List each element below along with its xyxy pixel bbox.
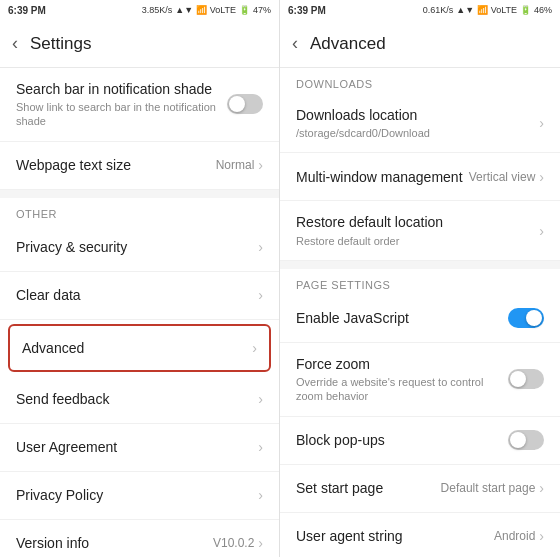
webpage-text-size-item[interactable]: Webpage text size Normal › — [0, 142, 279, 190]
downloads-location-chevron: › — [539, 115, 544, 131]
advanced-chevron: › — [252, 340, 257, 356]
right-top-bar: ‹ Advanced — [280, 20, 560, 68]
block-popups-content: Block pop-ups — [296, 431, 508, 449]
left-back-button[interactable]: ‹ — [12, 33, 18, 54]
user-agent-content: User agent string — [296, 527, 494, 545]
search-bar-notification-title: Search bar in notification shade — [16, 80, 227, 98]
block-popups-item[interactable]: Block pop-ups — [280, 417, 560, 465]
webpage-text-size-value: Normal — [216, 158, 255, 172]
privacy-policy-item[interactable]: Privacy Policy › — [0, 472, 279, 520]
left-divider-1 — [0, 190, 279, 198]
version-info-value: V10.0.2 — [213, 536, 254, 550]
privacy-policy-chevron: › — [258, 487, 263, 503]
set-start-page-chevron: › — [539, 480, 544, 496]
send-feedback-item[interactable]: Send feedback › — [0, 376, 279, 424]
enable-javascript-toggle[interactable] — [508, 308, 544, 328]
force-zoom-title: Force zoom — [296, 355, 508, 373]
force-zoom-item[interactable]: Force zoom Override a website's request … — [280, 343, 560, 417]
privacy-security-item[interactable]: Privacy & security › — [0, 224, 279, 272]
left-battery-icon: 🔋 — [239, 5, 250, 15]
version-info-title: Version info — [16, 534, 213, 552]
user-agent-chevron: › — [539, 528, 544, 544]
user-agent-item[interactable]: User agent string Android › — [280, 513, 560, 557]
block-popups-title: Block pop-ups — [296, 431, 508, 449]
left-status-right: 3.85K/s ▲▼ 📶 VoLTE 🔋 47% — [142, 5, 271, 15]
advanced-content: Advanced — [22, 339, 252, 357]
set-start-page-content: Set start page — [296, 479, 441, 497]
clear-data-chevron: › — [258, 287, 263, 303]
clear-data-content: Clear data — [16, 286, 258, 304]
search-bar-notification-item[interactable]: Search bar in notification shade Show li… — [0, 68, 279, 142]
right-battery: 46% — [534, 5, 552, 15]
advanced-title: Advanced — [22, 339, 252, 357]
enable-javascript-title: Enable JavaScript — [296, 309, 508, 327]
webpage-text-size-title: Webpage text size — [16, 156, 216, 174]
left-top-bar: ‹ Settings — [0, 20, 279, 68]
send-feedback-title: Send feedback — [16, 390, 258, 408]
force-zoom-subtitle: Override a website's request to control … — [296, 375, 508, 404]
downloads-section-label: DOWNLOADS — [280, 68, 560, 94]
version-info-item[interactable]: Version info V10.0.2 › — [0, 520, 279, 557]
right-status-bar: 6:39 PM 0.61K/s ▲▼ 📶 VoLTE 🔋 46% — [280, 0, 560, 20]
enable-javascript-item[interactable]: Enable JavaScript — [280, 295, 560, 343]
other-section-label: OTHER — [0, 198, 279, 224]
restore-location-subtitle: Restore default order — [296, 234, 539, 248]
downloads-location-subtitle: /storage/sdcard0/Download — [296, 126, 539, 140]
search-bar-notification-content: Search bar in notification shade Show li… — [16, 80, 227, 129]
user-agreement-item[interactable]: User Agreement › — [0, 424, 279, 472]
left-panel: 6:39 PM 3.85K/s ▲▼ 📶 VoLTE 🔋 47% ‹ Setti… — [0, 0, 280, 557]
multi-window-value: Vertical view — [469, 170, 536, 184]
version-info-content: Version info — [16, 534, 213, 552]
left-speed: 3.85K/s — [142, 5, 173, 15]
restore-location-item[interactable]: Restore default location Restore default… — [280, 201, 560, 260]
downloads-location-content: Downloads location /storage/sdcard0/Down… — [296, 106, 539, 140]
block-popups-toggle[interactable] — [508, 430, 544, 450]
set-start-page-item[interactable]: Set start page Default start page › — [280, 465, 560, 513]
left-volte: VoLTE — [210, 5, 236, 15]
multi-window-title: Multi-window management — [296, 168, 469, 186]
multi-window-item[interactable]: Multi-window management Vertical view › — [280, 153, 560, 201]
force-zoom-content: Force zoom Override a website's request … — [296, 355, 508, 404]
page-settings-label: PAGE SETTINGS — [280, 269, 560, 295]
left-signal: ▲▼ 📶 — [175, 5, 206, 15]
privacy-security-chevron: › — [258, 239, 263, 255]
left-battery: 47% — [253, 5, 271, 15]
send-feedback-chevron: › — [258, 391, 263, 407]
user-agent-title: User agent string — [296, 527, 494, 545]
left-scroll-area: Search bar in notification shade Show li… — [0, 68, 279, 557]
downloads-location-title: Downloads location — [296, 106, 539, 124]
right-battery-icon: 🔋 — [520, 5, 531, 15]
enable-javascript-content: Enable JavaScript — [296, 309, 508, 327]
advanced-item[interactable]: Advanced › — [8, 324, 271, 372]
privacy-security-title: Privacy & security — [16, 238, 258, 256]
send-feedback-content: Send feedback — [16, 390, 258, 408]
restore-location-chevron: › — [539, 223, 544, 239]
user-agreement-chevron: › — [258, 439, 263, 455]
right-status-right: 0.61K/s ▲▼ 📶 VoLTE 🔋 46% — [423, 5, 552, 15]
privacy-policy-title: Privacy Policy — [16, 486, 258, 504]
right-scroll-area: DOWNLOADS Downloads location /storage/sd… — [280, 68, 560, 557]
right-page-title: Advanced — [310, 34, 386, 54]
multi-window-chevron: › — [539, 169, 544, 185]
privacy-policy-content: Privacy Policy — [16, 486, 258, 504]
user-agreement-content: User Agreement — [16, 438, 258, 456]
user-agent-value: Android — [494, 529, 535, 543]
restore-location-content: Restore default location Restore default… — [296, 213, 539, 247]
left-page-title: Settings — [30, 34, 91, 54]
downloads-location-item[interactable]: Downloads location /storage/sdcard0/Down… — [280, 94, 560, 153]
clear-data-item[interactable]: Clear data › — [0, 272, 279, 320]
right-back-button[interactable]: ‹ — [292, 33, 298, 54]
search-bar-notification-subtitle: Show link to search bar in the notificat… — [16, 100, 227, 129]
left-time: 6:39 PM — [8, 5, 46, 16]
set-start-page-value: Default start page — [441, 481, 536, 495]
privacy-security-content: Privacy & security — [16, 238, 258, 256]
set-start-page-title: Set start page — [296, 479, 441, 497]
version-info-chevron: › — [258, 535, 263, 551]
user-agreement-title: User Agreement — [16, 438, 258, 456]
webpage-text-size-chevron: › — [258, 157, 263, 173]
search-bar-notification-toggle[interactable] — [227, 94, 263, 114]
right-time: 6:39 PM — [288, 5, 326, 16]
force-zoom-toggle[interactable] — [508, 369, 544, 389]
right-divider-1 — [280, 261, 560, 269]
right-volte: VoLTE — [491, 5, 517, 15]
